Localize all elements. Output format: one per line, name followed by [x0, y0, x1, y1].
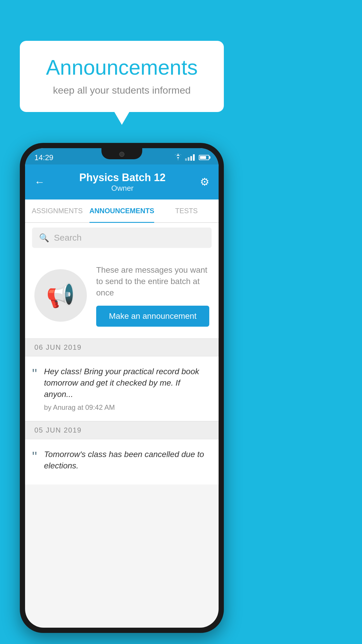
wifi-icon — [174, 154, 182, 161]
notch — [101, 148, 142, 159]
header-subtitle: Owner — [79, 184, 166, 193]
make-announcement-button[interactable]: Make an announcement — [96, 306, 209, 327]
phone-screen: 14:29 — [25, 148, 219, 628]
header-title: Physics Batch 12 — [79, 172, 166, 184]
search-bar-container: 🔍 Search — [25, 223, 219, 253]
search-icon: 🔍 — [39, 233, 49, 243]
signal-icon — [185, 154, 195, 161]
promo-description: These are messages you want to send to t… — [96, 264, 209, 299]
phone-container: 14:29 — [20, 143, 224, 633]
search-input[interactable]: Search — [54, 233, 82, 243]
quote-icon-2: " — [32, 450, 37, 464]
bubble-title: Announcements — [37, 55, 206, 79]
app-header: ← Physics Batch 12 Owner ⚙ — [25, 164, 219, 200]
promo-card: 📢 These are messages you want to send to… — [25, 253, 219, 338]
tab-assignments[interactable]: ASSIGNMENTS — [25, 200, 89, 222]
battery-icon — [199, 155, 209, 160]
date-separator-2: 05 JUN 2019 — [25, 421, 219, 439]
phone-body: 14:29 — [20, 143, 224, 633]
announcement-content-1: Hey class! Bring your practical record b… — [44, 366, 209, 412]
quote-icon-1: " — [32, 367, 37, 381]
date-separator-1: 06 JUN 2019 — [25, 338, 219, 356]
megaphone-circle: 📢 — [34, 269, 87, 322]
speech-bubble-container: Announcements keep all your students inf… — [20, 41, 224, 112]
megaphone-icon: 📢 — [46, 282, 75, 309]
bubble-subtitle: keep all your students informed — [37, 85, 206, 96]
settings-button[interactable]: ⚙ — [200, 176, 209, 188]
announcement-text-2: Tomorrow's class has been cancelled due … — [44, 449, 209, 471]
announcement-meta-1: by Anurag at 09:42 AM — [44, 403, 209, 412]
tab-announcements[interactable]: ANNOUNCEMENTS — [89, 200, 154, 222]
search-bar[interactable]: 🔍 Search — [32, 228, 212, 248]
status-icons — [174, 154, 209, 161]
speech-bubble: Announcements keep all your students inf… — [20, 41, 224, 112]
tab-tests[interactable]: TESTS — [154, 200, 219, 222]
promo-right: These are messages you want to send to t… — [96, 264, 209, 327]
announcement-text-1: Hey class! Bring your practical record b… — [44, 366, 209, 400]
status-time: 14:29 — [34, 153, 53, 162]
announcement-item-2[interactable]: " Tomorrow's class has been cancelled du… — [25, 439, 219, 484]
announcement-item-1[interactable]: " Hey class! Bring your practical record… — [25, 356, 219, 421]
announcement-content-2: Tomorrow's class has been cancelled due … — [44, 449, 209, 475]
back-button[interactable]: ← — [34, 176, 45, 188]
tabs-bar: ASSIGNMENTS ANNOUNCEMENTS TESTS — [25, 200, 219, 223]
header-center: Physics Batch 12 Owner — [79, 172, 166, 193]
camera-dot — [119, 152, 124, 157]
